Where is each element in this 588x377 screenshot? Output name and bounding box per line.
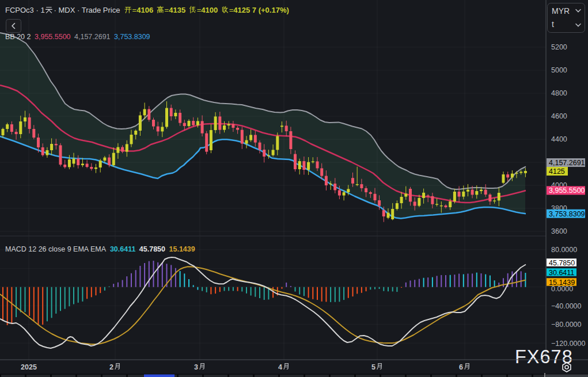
svg-text:4,157.2691: 4,157.2691 xyxy=(549,159,585,167)
svg-text:45.7850: 45.7850 xyxy=(139,245,165,253)
svg-text:4100: 4100 xyxy=(201,6,218,14)
svg-text:3,955.5500: 3,955.5500 xyxy=(549,186,585,195)
svg-text:3600: 3600 xyxy=(551,227,567,235)
svg-text:80.0000: 80.0000 xyxy=(551,246,577,254)
svg-text:4106: 4106 xyxy=(136,6,153,14)
svg-text:4125: 4125 xyxy=(549,167,565,176)
svg-text:15.1439: 15.1439 xyxy=(549,279,575,287)
svg-text:4135: 4135 xyxy=(169,6,185,14)
svg-text:−80.0000: −80.0000 xyxy=(551,321,582,329)
svg-text:3,753.8309: 3,753.8309 xyxy=(114,33,150,41)
svg-text:3: 3 xyxy=(194,363,198,371)
svg-text:t: t xyxy=(552,20,554,29)
svg-text:5000: 5000 xyxy=(551,66,567,74)
svg-text:4800: 4800 xyxy=(551,89,567,97)
svg-text:BB 20 2: BB 20 2 xyxy=(5,33,31,41)
svg-text:=: = xyxy=(197,6,202,14)
svg-text:4125 7 (+0.17%): 4125 7 (+0.17%) xyxy=(233,6,289,14)
svg-text:MACD 12 26 close 9 EMA EMA: MACD 12 26 close 9 EMA EMA xyxy=(5,245,107,253)
svg-text:4400: 4400 xyxy=(551,135,567,143)
svg-text:FCPOc3 · 1: FCPOc3 · 1 xyxy=(5,6,45,14)
svg-text:45.7850: 45.7850 xyxy=(549,259,575,267)
svg-text:MYR: MYR xyxy=(552,6,570,16)
svg-text:=: = xyxy=(229,6,234,14)
svg-text:4: 4 xyxy=(278,363,282,371)
svg-text:3,955.5500: 3,955.5500 xyxy=(35,33,71,41)
svg-text:· MDX · Trade Price: · MDX · Trade Price xyxy=(54,6,120,14)
svg-text:30.6411: 30.6411 xyxy=(549,269,574,277)
svg-text:4,157.2691: 4,157.2691 xyxy=(74,33,111,41)
svg-text:=: = xyxy=(165,6,169,14)
svg-text:15.1439: 15.1439 xyxy=(169,245,195,253)
svg-text:2: 2 xyxy=(109,363,113,371)
svg-text:3,753.8309: 3,753.8309 xyxy=(549,210,585,218)
svg-text:2025: 2025 xyxy=(21,363,37,371)
svg-text:30.6411: 30.6411 xyxy=(110,245,136,253)
svg-text:=: = xyxy=(132,6,137,14)
svg-text:4600: 4600 xyxy=(551,112,567,120)
svg-text:6: 6 xyxy=(459,363,463,371)
svg-text:5200: 5200 xyxy=(551,43,567,51)
svg-text:5: 5 xyxy=(371,363,375,371)
svg-text:−40.0000: −40.0000 xyxy=(551,302,582,310)
